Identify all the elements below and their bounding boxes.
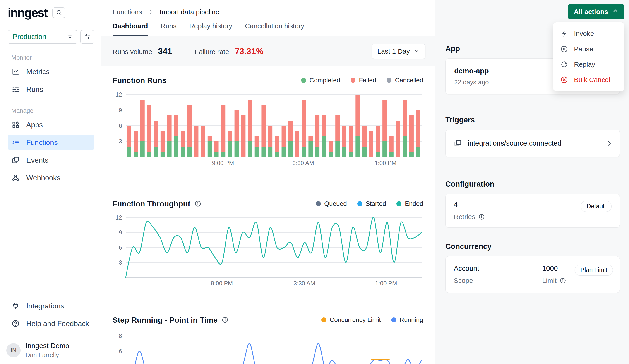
- tab-dashboard[interactable]: Dashboard: [113, 22, 148, 36]
- ended-dot: [396, 201, 401, 206]
- svg-text:9:00 PM: 9:00 PM: [211, 280, 233, 287]
- configuration-heading: Configuration: [445, 180, 620, 188]
- sidebar-item-webhooks[interactable]: Webhooks: [8, 170, 94, 185]
- sidebar-item-apps[interactable]: Apps: [8, 117, 94, 132]
- menu-item-invoke[interactable]: Invoke: [553, 26, 624, 41]
- sidebar-item-label: Webhooks: [26, 174, 60, 182]
- sidebar-item-metrics[interactable]: Metrics: [8, 64, 94, 79]
- retries-label: Retries: [454, 213, 485, 221]
- sidebar-item-events[interactable]: Events: [8, 152, 94, 168]
- sidebar-item-label: Apps: [26, 121, 43, 129]
- svg-text:6: 6: [119, 244, 122, 251]
- running-dot: [391, 317, 396, 322]
- sidebar: inngest Production Monitor Metrics Runs …: [0, 0, 101, 364]
- menu-item-replay[interactable]: Replay: [553, 57, 624, 72]
- concurrency-heading: Concurrency: [445, 242, 620, 251]
- completed-dot: [301, 78, 306, 83]
- svg-text:8: 8: [119, 332, 122, 339]
- user-menu[interactable]: IN Inngest Demo Dan Farrelly: [0, 337, 101, 364]
- svg-text:3:30 AM: 3:30 AM: [294, 280, 315, 287]
- svg-text:6: 6: [119, 122, 122, 129]
- svg-text:12: 12: [116, 214, 122, 221]
- tab-runs[interactable]: Runs: [161, 22, 177, 36]
- cancel-circle-icon: [560, 76, 569, 84]
- menu-item-pause[interactable]: Pause: [553, 41, 624, 57]
- queued-dot: [316, 201, 321, 206]
- concurrency-scope-label: Scope: [454, 277, 524, 284]
- time-range-value: Last 1 Day: [377, 47, 410, 55]
- chevron-up-down-icon: [67, 33, 73, 41]
- sidebar-item-label: Events: [26, 156, 48, 164]
- tab-replay-history[interactable]: Replay history: [189, 22, 232, 36]
- avatar: IN: [6, 343, 21, 358]
- events-icon: [11, 156, 20, 164]
- chevron-up-icon: [612, 8, 619, 16]
- step-running-chart: 864: [113, 324, 423, 364]
- svg-text:3:30 AM: 3:30 AM: [292, 160, 314, 166]
- started-dot: [357, 201, 362, 206]
- legend-ended: Ended: [396, 200, 423, 207]
- svg-text:1:00 PM: 1:00 PM: [375, 280, 397, 287]
- svg-text:9: 9: [119, 229, 122, 236]
- concurrency-limit-label: Limit: [542, 277, 566, 284]
- plan-limit-badge: Plan Limit: [575, 265, 613, 275]
- help-icon: [11, 319, 20, 328]
- sidebar-item-label: Integrations: [26, 302, 64, 310]
- sidebar-item-label: Functions: [26, 138, 58, 147]
- info-icon[interactable]: [222, 317, 228, 323]
- step-running-card: Step Running - Point in Time Concurrency…: [101, 310, 435, 364]
- info-icon[interactable]: [560, 277, 566, 284]
- breadcrumb: Functions Import data pipeline: [113, 0, 423, 16]
- info-icon[interactable]: [194, 200, 201, 207]
- sidebar-item-label: Help and Feedback: [26, 319, 89, 328]
- svg-text:4: 4: [119, 363, 122, 364]
- sidebar-item-runs[interactable]: Runs: [8, 82, 94, 97]
- charts-column: Function Runs Completed Failed Cancelled…: [101, 67, 435, 364]
- triggers-heading: Triggers: [445, 115, 620, 124]
- failure-rate-label: Failure rate: [195, 48, 229, 56]
- runs-volume-label: Runs volume: [113, 48, 152, 56]
- sidebar-item-integrations[interactable]: Integrations: [8, 298, 94, 314]
- step-running-legend: Concurrency Limit Running: [321, 316, 423, 324]
- lightning-icon: [560, 30, 569, 37]
- sliders-icon: [84, 33, 91, 41]
- search-button[interactable]: [52, 7, 65, 18]
- environment-name: Production: [13, 33, 46, 41]
- runs-icon: [11, 85, 20, 93]
- trigger-event-name: integrations/source.connected: [468, 139, 562, 147]
- sidebar-item-label: Metrics: [26, 68, 50, 76]
- function-throughput-legend: Queued Started Ended: [316, 200, 423, 207]
- legend-running: Running: [391, 316, 423, 324]
- legend-queued: Queued: [316, 200, 347, 207]
- function-throughput-chart: 369129:00 PM3:30 AM1:00 PM: [113, 212, 423, 292]
- environment-selector[interactable]: Production: [8, 30, 77, 44]
- function-runs-card: Function Runs Completed Failed Cancelled…: [101, 67, 435, 187]
- breadcrumb-functions[interactable]: Functions: [113, 8, 142, 16]
- function-header: Functions Import data pipeline Dashboard…: [101, 0, 435, 36]
- info-icon[interactable]: [478, 214, 485, 220]
- webhooks-icon: [11, 174, 20, 182]
- nav-section-monitor: Monitor: [11, 54, 94, 61]
- pause-circle-icon: [560, 45, 569, 53]
- tab-cancellation-history[interactable]: Cancellation history: [245, 22, 304, 36]
- functions-icon: [11, 138, 20, 147]
- function-runs-chart: 369129:00 PM3:30 AM1:00 PM: [113, 89, 423, 169]
- trigger-card[interactable]: integrations/source.connected: [445, 130, 620, 157]
- function-throughput-card: Function Throughput Queued Started Ended…: [101, 187, 435, 310]
- legend-completed: Completed: [301, 77, 340, 84]
- sidebar-item-functions[interactable]: Functions: [8, 135, 94, 150]
- concurrency-scope-value: Account: [454, 265, 524, 273]
- chevron-right-icon: [606, 140, 613, 147]
- time-range-selector[interactable]: Last 1 Day: [372, 44, 425, 59]
- account-name: Inngest Demo: [26, 342, 69, 350]
- retries-card: 4 Retries Default: [445, 194, 620, 228]
- menu-item-bulk-cancel[interactable]: Bulk Cancel: [553, 72, 624, 88]
- svg-text:6: 6: [119, 348, 122, 355]
- sidebar-item-help[interactable]: Help and Feedback: [8, 316, 94, 331]
- all-actions-button[interactable]: All actions: [568, 4, 625, 19]
- svg-text:12: 12: [116, 91, 122, 98]
- environment-settings-button[interactable]: [80, 30, 94, 44]
- nav-section-manage: Manage: [11, 107, 94, 114]
- default-badge: Default: [581, 201, 612, 212]
- concurrency-limit-dot: [321, 317, 326, 322]
